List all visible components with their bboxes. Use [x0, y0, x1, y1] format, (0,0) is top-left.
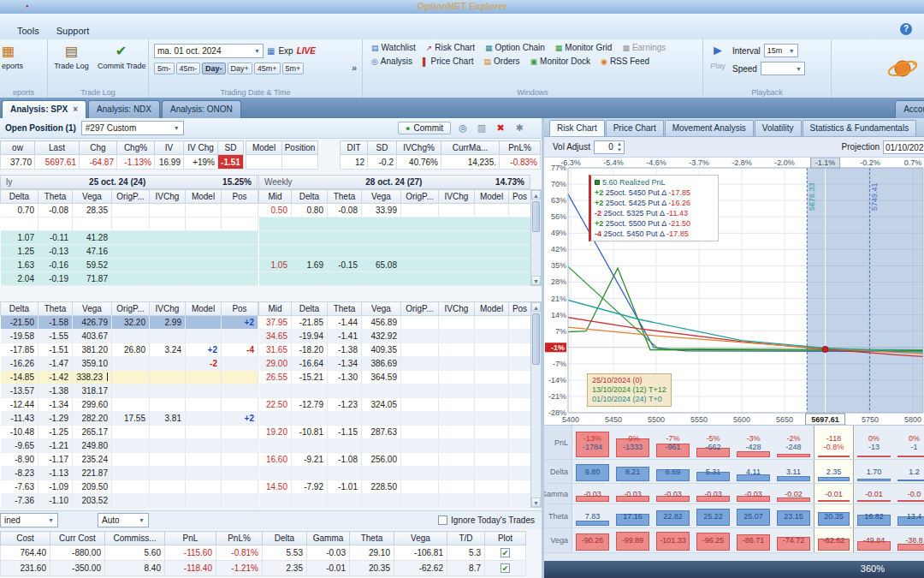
chain-scrollbar-lower[interactable]: ▲ ▼ — [530, 301, 542, 508]
window-toggle-button[interactable]: ◎Analysis — [368, 56, 416, 67]
window-toggle-button[interactable]: ◉RSS Feed — [597, 56, 653, 67]
chain-row[interactable] — [1, 217, 258, 231]
trading-date-field[interactable]: ma. 01 oct. 2024 ▼ — [154, 44, 264, 58]
chain-row[interactable]: 34.65-19.94-1.41432.92 — [259, 330, 531, 343]
chain-row[interactable] — [259, 245, 531, 259]
chain-row[interactable]: 37.95-21.85-1.44456.89 — [259, 316, 531, 330]
trade-log-button[interactable]: ▤ Trade Log — [48, 39, 95, 70]
chain-row[interactable]: -14.85-1.42338.23 — [1, 371, 258, 384]
chain-row[interactable]: -16.26-1.47359.10-2 — [1, 357, 258, 371]
scroll-down-icon[interactable]: ▼ — [531, 498, 541, 507]
commit-trade-button[interactable]: ✔ Commit Trade — [98, 39, 145, 70]
reports-button[interactable]: ▦ eports — [0, 39, 46, 70]
chain-row[interactable]: -9.65-1.21249.80 — [1, 439, 258, 453]
window-toggle-button[interactable]: ▦Option Chain — [482, 42, 548, 53]
window-toggle-button[interactable]: ▤Watchlist — [368, 42, 419, 53]
calendar-icon[interactable]: ▦ — [267, 46, 275, 56]
tab-close-icon[interactable]: × — [73, 104, 78, 114]
scrollbar-thumb[interactable] — [532, 201, 540, 232]
chain-row[interactable]: 0.500.80-0.0833.99 — [259, 204, 531, 217]
chain-row[interactable]: -10.48-1.25265.17 — [1, 426, 258, 439]
speed-select[interactable]: ▼ — [761, 62, 805, 75]
scrollbar-thumb[interactable] — [532, 313, 540, 365]
ignore-trades-checkbox[interactable]: Ignore Today's Trades — [438, 515, 535, 525]
vol-adjust-spinner[interactable]: 0 ▲▼ — [594, 140, 625, 154]
chain-row[interactable]: -21.50-1.58426.7932.202.99+2 — [1, 316, 258, 330]
tab-analysis-onon[interactable]: Analysis: ONON — [162, 100, 241, 118]
chain-row[interactable]: 1.63-0.1659.52 — [1, 259, 258, 272]
time-step-button[interactable]: 45m+ — [254, 63, 281, 74]
scroll-down-icon[interactable]: ▼ — [531, 276, 541, 285]
chain-row[interactable] — [259, 231, 531, 245]
chain-row[interactable] — [259, 439, 531, 453]
time-step-button[interactable]: 5m- — [154, 63, 175, 74]
window-toggle-button[interactable]: ▦Monitor Grid — [552, 42, 616, 53]
exp-label[interactable]: Exp — [278, 46, 293, 56]
window-toggle-button[interactable]: ▣Monitor Dock — [527, 56, 594, 67]
risk-chart-plot[interactable]: 5676.335749.41-6.3%-5.4%-4.6%-3.7%-2.8%-… — [544, 158, 924, 425]
cost-row[interactable]: 764.40-880.005.60 -115.60-0.81% 5.53-0.0… — [1, 545, 526, 561]
chain-row[interactable]: 29.00-16.64-1.34386.69 — [259, 357, 531, 371]
chain-row[interactable]: 2.04-0.1971.87 — [1, 272, 258, 286]
panel-tab[interactable]: Volatility — [755, 120, 802, 136]
panel-tab[interactable]: Price Chart — [606, 120, 664, 136]
chain-row[interactable]: -19.58-1.55403.67 — [1, 330, 258, 343]
checkbox-icon[interactable] — [438, 515, 447, 525]
chain-row[interactable] — [259, 272, 531, 286]
chain-row[interactable]: 19.20-10.81-1.15287.63 — [259, 426, 531, 439]
panel-tab[interactable]: Statistics & Fundamentals — [803, 120, 917, 136]
time-step-button[interactable]: 5m+ — [282, 63, 305, 74]
combined-select[interactable]: ined ▼ — [0, 513, 58, 527]
play-button[interactable]: ► Play — [703, 39, 732, 80]
chain-row[interactable] — [259, 494, 531, 508]
window-toggle-button[interactable]: ▌Price Chart — [419, 56, 477, 67]
projection-date-field[interactable]: 01/10/202 — [883, 140, 924, 154]
cost-row[interactable]: 231.60-350.008.40 -118.40-1.21% 2.35-0.0… — [1, 561, 526, 576]
plot-checkbox[interactable]: ✔ — [500, 563, 510, 573]
chain-row[interactable]: 1.25-0.1347.16 — [1, 245, 258, 259]
chain-row[interactable]: 26.55-15.21-1.30364.59 — [259, 371, 531, 384]
panel-tab[interactable]: Risk Chart — [549, 120, 605, 136]
window-toggle-button[interactable]: ▦Earnings — [619, 42, 669, 53]
chain-row[interactable]: -12.44-1.34299.60 — [1, 398, 258, 412]
chain-row[interactable]: 0.70-0.0828.35 — [1, 204, 258, 217]
chain-row[interactable]: 14.50-7.92-1.01228.50 — [259, 480, 531, 494]
chain-row[interactable]: 16.60-9.21-1.08256.00 — [259, 453, 531, 467]
chain-row[interactable]: -11.43-1.29282.2017.553.81+2 — [1, 412, 258, 426]
more-steps-icon[interactable]: » — [352, 63, 357, 73]
window-toggle-button[interactable]: ▤Orders — [481, 56, 524, 67]
tab-analysis-ndx[interactable]: Analysis: NDX — [88, 100, 160, 118]
time-step-button[interactable]: Day+ — [228, 63, 252, 74]
window-toggle-button[interactable]: ↗Risk Chart — [423, 42, 478, 53]
chain-row[interactable] — [259, 412, 531, 426]
auto-select[interactable]: Auto ▼ — [98, 513, 149, 527]
search-icon[interactable]: ◎ — [456, 122, 470, 134]
chain-row[interactable]: -8.90-1.17235.24 — [1, 453, 258, 467]
chain-row[interactable]: -8.23-1.13221.87 — [1, 467, 258, 480]
time-step-button[interactable]: Day- — [202, 63, 226, 74]
panel-tab[interactable]: Movement Analysis — [665, 120, 754, 136]
scroll-up-icon[interactable]: ▲ — [531, 190, 541, 200]
tab-analysis-spx[interactable]: Analysis: SPX× — [2, 100, 86, 118]
chain-row[interactable] — [259, 467, 531, 480]
menu-tools[interactable]: Tools — [9, 24, 48, 38]
time-step-button[interactable]: 45m- — [176, 63, 201, 74]
chain-row[interactable] — [259, 384, 531, 398]
interval-select[interactable]: 15m ▼ — [764, 44, 798, 57]
close-position-icon[interactable]: ✖ — [494, 122, 507, 134]
scroll-up-icon[interactable]: ▲ — [531, 302, 541, 312]
position-select[interactable]: #297 Custom ▼ — [81, 121, 184, 135]
gear-icon[interactable]: ✱ — [512, 122, 526, 134]
chain-row[interactable] — [259, 217, 531, 231]
grid-icon[interactable]: ▥ — [475, 122, 489, 134]
plot-checkbox[interactable]: ✔ — [500, 548, 510, 557]
menu-support[interactable]: Support — [48, 24, 98, 38]
commit-button[interactable]: ● Commit — [398, 122, 451, 134]
chain-row[interactable]: 1.07-0.1141.28 — [1, 231, 258, 245]
chain-scrollbar-upper[interactable]: ▲ ▼ — [530, 189, 542, 286]
chain-row[interactable]: -17.85-1.51381.2026.803.24+2-4 — [1, 343, 258, 357]
chain-row[interactable]: -13.57-1.38318.17 — [1, 384, 258, 398]
chain-row[interactable]: 31.65-18.20-1.38409.35 — [259, 343, 531, 357]
help-icon[interactable]: ? — [900, 23, 912, 35]
chain-row[interactable]: 1.051.69-0.1565.08 — [259, 259, 531, 272]
